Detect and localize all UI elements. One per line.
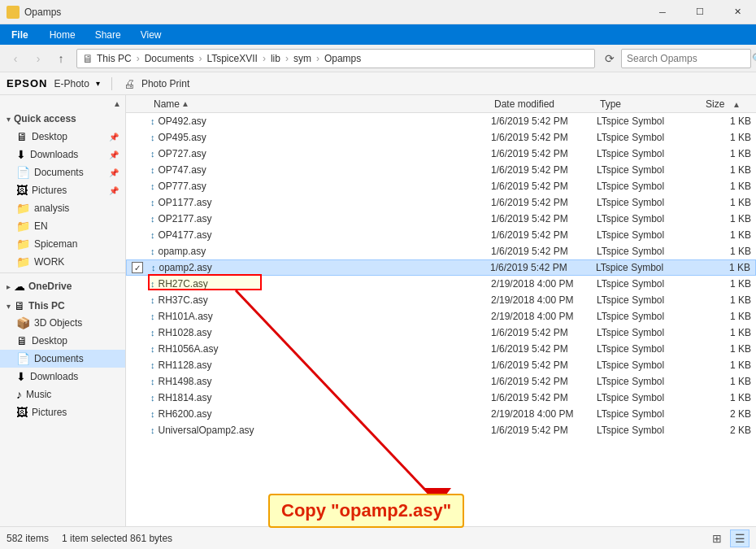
breadcrumb-this-pc[interactable]: This PC [97, 53, 132, 64]
file-type: LTspice Symbol [597, 278, 702, 290]
breadcrumb-sym[interactable]: sym [293, 53, 311, 64]
file-type: LTspice Symbol [597, 294, 702, 306]
breadcrumb-ltspice[interactable]: LTspiceXVII [206, 53, 257, 64]
file-size: 1 KB [702, 262, 750, 273]
breadcrumb-lib[interactable]: lib [271, 53, 280, 64]
search-input[interactable] [627, 53, 749, 64]
pin-icon: 📌 [109, 133, 119, 142]
file-row[interactable]: ↕OP1177.asy1/6/2019 5:42 PMLTspice Symbo… [126, 194, 756, 211]
file-row[interactable]: ↕RH1814.asy1/6/2019 5:42 PMLTspice Symbo… [126, 390, 756, 406]
file-type-icon: ↕ [150, 409, 155, 419]
file-size: 1 KB [702, 359, 751, 371]
header-type[interactable]: Type [597, 98, 702, 110]
sidebar-item-downloads-pc-label: Downloads [30, 371, 78, 382]
documents-icon: 📄 [16, 166, 30, 179]
onedrive-label: OneDrive [28, 281, 72, 292]
breadcrumb-opamps[interactable]: Opamps [324, 53, 361, 64]
up-button[interactable]: ↑ [50, 48, 72, 69]
file-row[interactable]: ↕OP747.asy1/6/2019 5:42 PMLTspice Symbol… [126, 162, 756, 178]
sidebar-item-work[interactable]: 📁 WORK [0, 253, 125, 271]
file-name-cell: ↕RH6200.asy [150, 408, 491, 420]
sidebar-item-3d-label: 3D Objects [34, 317, 82, 329]
file-size: 1 KB [702, 213, 751, 224]
header-name[interactable]: Name ▲ [150, 98, 491, 110]
search-icon: 🔍 [752, 53, 756, 64]
sidebar-onedrive-header[interactable]: ▸ ☁ OneDrive [0, 275, 125, 294]
file-row[interactable]: ↕RH1498.asy1/6/2019 5:42 PMLTspice Symbo… [126, 373, 756, 390]
file-date: 1/6/2019 5:42 PM [491, 197, 597, 208]
file-row[interactable]: ↕OP2177.asy1/6/2019 5:42 PMLTspice Symbo… [126, 211, 756, 227]
file-size: 1 KB [702, 294, 751, 306]
minimize-button[interactable]: ─ [644, 0, 681, 24]
header-date[interactable]: Date modified [491, 98, 597, 110]
sidebar-item-3d-objects[interactable]: 📦 3D Objects [0, 314, 125, 332]
ribbon-tab-home[interactable]: Home [40, 24, 85, 45]
sidebar-item-documents-pc[interactable]: 📄 Documents [0, 350, 125, 368]
refresh-button[interactable]: ⟳ [600, 49, 619, 68]
sidebar-item-downloads[interactable]: ⬇ Downloads 📌 [0, 146, 125, 163]
selected-info: 1 item selected 861 bytes [62, 533, 172, 544]
file-list-scroll-up[interactable]: ▲ [730, 98, 743, 111]
file-row[interactable]: ↕opamp.asy1/6/2019 5:42 PMLTspice Symbol… [126, 243, 756, 259]
forward-button[interactable]: › [28, 48, 49, 69]
epson-dropdown-icon[interactable]: ▾ [96, 79, 100, 88]
close-button[interactable]: ✕ [719, 0, 756, 24]
file-name-cell: ↕OP492.asy [150, 115, 491, 127]
file-row[interactable]: ↕OP495.asy1/6/2019 5:42 PMLTspice Symbol… [126, 129, 756, 146]
sidebar-item-analysis[interactable]: 📁 analysis [0, 199, 125, 217]
ribbon: File Home Share View [0, 24, 756, 45]
sidebar-item-music[interactable]: ♪ Music [0, 386, 125, 403]
sidebar-item-documents[interactable]: 📄 Documents 📌 [0, 163, 125, 181]
list-view-button[interactable]: ☰ [730, 529, 749, 547]
sidebar-item-downloads-pc[interactable]: ⬇ Downloads [0, 368, 125, 386]
header-size[interactable]: Size [702, 98, 751, 110]
documents-pc-icon: 📄 [16, 352, 30, 365]
file-name: OP495.asy [159, 132, 492, 143]
file-row[interactable]: ↕RH27C.asy2/19/2018 4:00 PMLTspice Symbo… [126, 276, 756, 292]
breadcrumb-documents[interactable]: Documents [145, 53, 194, 64]
sidebar-item-en[interactable]: 📁 EN [0, 217, 125, 235]
search-box[interactable]: 🔍 [621, 49, 751, 68]
sidebar-this-pc-header[interactable]: ▾ 🖥 This PC [0, 294, 125, 314]
file-type-icon: ↕ [150, 116, 155, 126]
sidebar-item-desktop[interactable]: 🖥 Desktop 📌 [0, 128, 125, 146]
back-button[interactable]: ‹ [5, 48, 26, 69]
file-name: RH37C.asy [159, 294, 492, 306]
grid-view-button[interactable]: ⊞ [707, 529, 727, 547]
file-name: RH1028.asy [159, 327, 492, 338]
file-row[interactable]: ↕OP727.asy1/6/2019 5:42 PMLTspice Symbol… [126, 146, 756, 162]
file-row[interactable]: ↕OP4177.asy1/6/2019 5:42 PMLTspice Symbo… [126, 227, 756, 243]
onedrive-chevron: ▸ [7, 282, 11, 291]
this-pc-chevron: ▾ [7, 302, 11, 311]
sidebar-item-spiceman[interactable]: 📁 Spiceman [0, 235, 125, 253]
file-name-cell: ↕RH1056A.asy [150, 343, 491, 355]
ribbon-file-tab[interactable]: File [0, 24, 40, 45]
sidebar-item-desktop-pc-label: Desktop [32, 335, 67, 346]
file-row[interactable]: ✓↕opamp2.asy1/6/2019 5:42 PMLTspice Symb… [126, 259, 756, 276]
sidebar-scroll-up[interactable]: ▲ [111, 97, 124, 110]
ribbon-tab-share[interactable]: Share [85, 24, 131, 45]
file-type-icon: ↕ [150, 393, 155, 403]
file-row[interactable]: ↕RH37C.asy2/19/2018 4:00 PMLTspice Symbo… [126, 292, 756, 308]
sidebar-quick-access-header[interactable]: ▾ Quick access [0, 110, 125, 128]
file-name-cell: ↕RH1814.asy [150, 392, 491, 403]
desktop-pc-icon: 🖥 [16, 334, 28, 347]
file-date: 1/6/2019 5:42 PM [491, 115, 597, 127]
sidebar-item-pictures-pc[interactable]: 🖼 Pictures [0, 403, 125, 421]
file-row[interactable]: ↕OP492.asy1/6/2019 5:42 PMLTspice Symbol… [126, 113, 756, 129]
file-row[interactable]: ↕UniversalOpamp2.asy1/6/2019 5:42 PMLTsp… [126, 422, 756, 438]
this-pc-icon: 🖥 [14, 299, 25, 312]
sidebar-item-desktop-pc[interactable]: 🖥 Desktop [0, 332, 125, 350]
sidebar-item-pictures[interactable]: 🖼 Pictures 📌 [0, 181, 125, 199]
file-row[interactable]: ↕RH1028.asy1/6/2019 5:42 PMLTspice Symbo… [126, 325, 756, 341]
file-row[interactable]: ↕OP777.asy1/6/2019 5:42 PMLTspice Symbol… [126, 178, 756, 194]
address-bar[interactable]: 🖥 This PC › Documents › LTspiceXVII › li… [76, 49, 595, 68]
file-row[interactable]: ↕RH101A.asy2/19/2018 4:00 PMLTspice Symb… [126, 308, 756, 325]
file-date: 1/6/2019 5:42 PM [490, 262, 596, 273]
maximize-button[interactable]: ☐ [681, 0, 719, 24]
file-row[interactable]: ↕RH6200.asy2/19/2018 4:00 PMLTspice Symb… [126, 406, 756, 422]
file-row[interactable]: ↕RH1056A.asy1/6/2019 5:42 PMLTspice Symb… [126, 341, 756, 357]
ribbon-tab-view[interactable]: View [131, 24, 172, 45]
file-row[interactable]: ↕RH1128.asy1/6/2019 5:42 PMLTspice Symbo… [126, 357, 756, 373]
file-type: LTspice Symbol [597, 392, 702, 403]
